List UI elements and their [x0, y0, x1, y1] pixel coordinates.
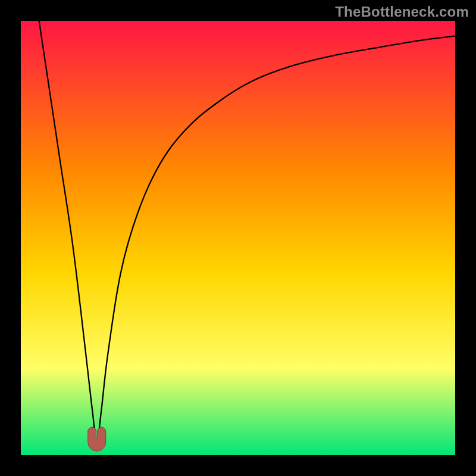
watermark-text: TheBottleneck.com — [335, 4, 469, 20]
plot-area — [21, 21, 455, 455]
chart-frame: TheBottleneck.com — [0, 0, 476, 476]
chart-svg — [21, 21, 455, 455]
gradient-background — [21, 21, 455, 455]
